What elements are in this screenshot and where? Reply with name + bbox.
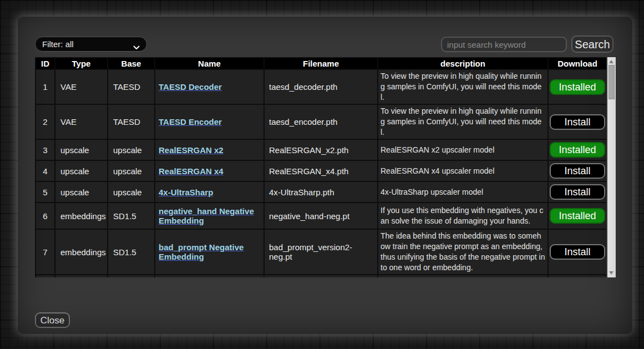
cell-name (155, 275, 264, 277)
cell-download: Install (548, 104, 606, 139)
cell-base: upscale (108, 160, 155, 181)
cell-type: embeddings (55, 229, 108, 275)
table-row: 2 VAE TAESD TAESD Encoder taesd_encoder.… (36, 104, 606, 139)
cell-description: These embedding learn what disgusting co… (378, 275, 548, 277)
cell-download: Install (548, 229, 606, 275)
cell-filename: 4x-UltraSharp.pth (264, 181, 378, 203)
cell-download: Installed (548, 69, 606, 104)
install-button[interactable]: Install (550, 184, 605, 200)
scrollbar-up-icon[interactable] (609, 60, 613, 63)
cell-id: 4 (36, 160, 55, 181)
cell-description: RealESRGAN x4 upscaler model (378, 160, 548, 181)
install-button[interactable]: Installed (550, 208, 605, 224)
install-button[interactable]: Install (550, 114, 605, 130)
chevron-down-icon (133, 42, 140, 47)
model-manager-dialog: Filter: all Search ID Type Base Name Fil… (18, 17, 632, 334)
column-header-id: ID (36, 58, 55, 69)
search-button[interactable]: Search (571, 36, 613, 53)
cell-type (55, 275, 108, 277)
table-row: 1 VAE TAESD TAESD Decoder taesd_decoder.… (36, 69, 606, 104)
cell-description: To view the preview in high quality whil… (378, 104, 548, 139)
cell-base: upscale (108, 139, 155, 160)
table-row: 3 upscale upscale RealESRGAN x2 RealESRG… (36, 139, 606, 160)
cell-download: Install (548, 181, 606, 203)
cell-filename: RealESRGAN_x4.pth (264, 160, 378, 181)
cell-filename: negative_hand-neg.pt (264, 203, 378, 229)
cell-id: 5 (36, 181, 55, 203)
cell-description: 4x-UltraSharp upscaler model (378, 181, 548, 203)
table-row: 5 upscale upscale 4x-UltraSharp 4x-Ultra… (36, 181, 606, 203)
model-name-link[interactable]: 4x-UltraSharp (159, 188, 213, 197)
cell-base: TAESD (108, 69, 155, 104)
cell-id: 2 (36, 104, 55, 139)
install-button[interactable]: Install (550, 163, 605, 179)
cell-type: upscale (55, 181, 108, 203)
cell-type: VAE (55, 104, 108, 139)
model-name-link[interactable]: TAESD Encoder (159, 117, 222, 127)
cell-filename: RealESRGAN_x2.pth (264, 139, 378, 160)
cell-id: 7 (36, 229, 55, 275)
cell-description: RealESRGAN x2 upscaler model (378, 139, 548, 160)
model-name-link[interactable]: RealESRGAN x4 (159, 166, 224, 176)
cell-download: Installed (548, 203, 606, 229)
column-header-name: Name (155, 58, 264, 69)
model-name-link[interactable]: RealESRGAN x2 (159, 145, 224, 155)
cell-filename: taesd_decoder.pth (264, 69, 378, 104)
cell-name: 4x-UltraSharp (155, 181, 264, 203)
cell-base: TAESD (108, 104, 155, 139)
install-button[interactable]: Install (550, 244, 605, 260)
cell-id (36, 275, 55, 277)
install-button[interactable]: Installed (550, 142, 605, 158)
column-header-filename: Filename (264, 58, 378, 69)
cell-base (108, 275, 155, 277)
table-row: 7 embeddings SD1.5 bad_prompt Negative E… (36, 229, 606, 275)
table-row: 4 upscale upscale RealESRGAN x4 RealESRG… (36, 160, 606, 181)
cell-name: RealESRGAN x4 (155, 160, 264, 181)
cell-name: TAESD Encoder (155, 104, 264, 139)
model-name-link[interactable]: TAESD Decoder (159, 82, 222, 92)
search-input[interactable] (441, 37, 567, 52)
cell-id: 3 (36, 139, 55, 160)
column-header-description: description (378, 58, 548, 69)
scrollbar-thumb[interactable] (608, 65, 615, 99)
cell-name: TAESD Decoder (155, 69, 264, 104)
column-header-base: Base (108, 58, 155, 69)
table-scrollbar[interactable] (607, 57, 616, 277)
scrollbar-down-icon[interactable] (609, 271, 613, 275)
cell-download: Install (548, 160, 606, 181)
cell-description: The idea behind this embedding was to so… (378, 229, 548, 275)
model-table-container: ID Type Base Name Filename description D… (35, 57, 606, 277)
table-header-row: ID Type Base Name Filename description D… (36, 58, 606, 69)
cell-description: To view the preview in high quality whil… (378, 69, 548, 104)
cell-filename: taesd_encoder.pth (264, 104, 378, 139)
cell-type: VAE (55, 69, 108, 104)
model-name-link[interactable]: bad_prompt Negative Embedding (159, 242, 244, 261)
cell-base: SD1.5 (108, 229, 155, 275)
column-header-type: Type (55, 58, 108, 69)
cell-filename: bad_prompt_version2-neg.pt (264, 229, 378, 275)
table-row: 6 embeddings SD1.5 negative_hand Negativ… (36, 203, 606, 229)
filter-dropdown-label: Filter: all (42, 39, 74, 49)
column-header-download: Download (548, 58, 606, 69)
model-table: ID Type Base Name Filename description D… (35, 57, 606, 277)
close-button[interactable]: Close (35, 312, 70, 328)
install-button[interactable]: Installed (550, 79, 605, 95)
cell-download: Installed (548, 139, 606, 160)
cell-description: If you use this embedding with negatives… (378, 203, 548, 229)
table-row: These embedding learn what disgusting co… (36, 275, 606, 277)
cell-type: upscale (55, 139, 108, 160)
cell-download (548, 275, 606, 277)
cell-type: upscale (55, 160, 108, 181)
cell-id: 6 (36, 203, 55, 229)
cell-type: embeddings (55, 203, 108, 229)
filter-dropdown[interactable]: Filter: all (35, 37, 147, 52)
cell-name: negative_hand Negative Embedding (155, 203, 264, 229)
cell-name: RealESRGAN x2 (155, 139, 264, 160)
cell-id: 1 (36, 69, 55, 104)
cell-base: upscale (108, 181, 155, 203)
cell-name: bad_prompt Negative Embedding (155, 229, 264, 275)
cell-filename (264, 275, 378, 277)
cell-base: SD1.5 (108, 203, 155, 229)
model-name-link[interactable]: negative_hand Negative Embedding (159, 206, 254, 225)
